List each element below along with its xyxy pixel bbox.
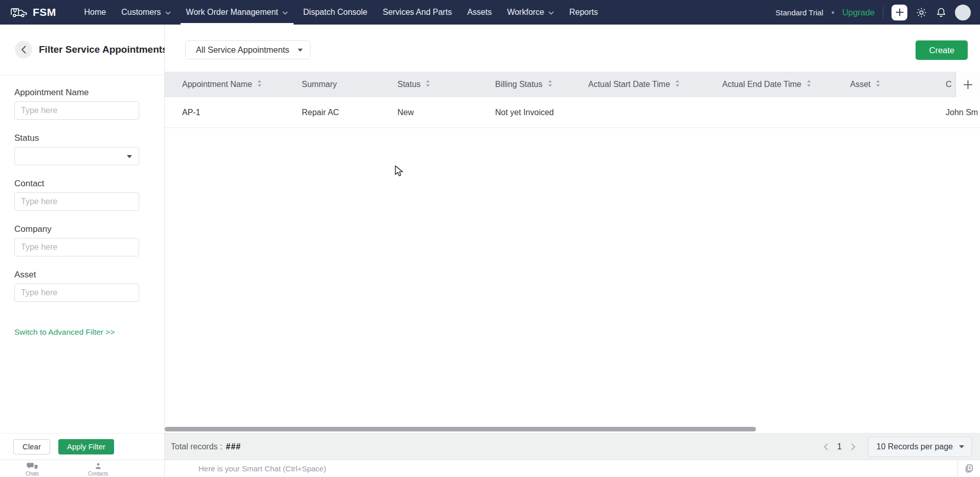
contact-input[interactable] <box>14 192 139 211</box>
field-contact: Contact <box>14 179 150 211</box>
table-empty-area <box>165 128 980 426</box>
sort-arrows-icon[interactable] <box>257 80 262 89</box>
person-icon <box>94 462 102 470</box>
column-header-status[interactable]: Status <box>397 80 495 89</box>
trial-badge: Standard Trial <box>775 8 823 17</box>
pagination: 1 10 Records per page <box>820 437 972 457</box>
sort-arrows-icon[interactable] <box>876 80 880 89</box>
sort-arrows-icon[interactable] <box>807 80 811 89</box>
column-header-billing-status[interactable]: Billing Status <box>495 80 588 89</box>
total-records: Total records : ### <box>171 442 241 451</box>
copy-icon <box>964 464 974 473</box>
view-selector[interactable]: All Service Appointments <box>185 40 310 59</box>
apply-filter-button[interactable]: Apply Filter <box>58 439 114 454</box>
field-label: Company <box>14 224 150 234</box>
table-row[interactable]: AP-1 Repair AC New Not yet Invoiced John… <box>165 97 980 128</box>
appointment-name-input[interactable] <box>14 101 139 120</box>
brand[interactable]: FSM <box>10 6 56 19</box>
field-label: Status <box>14 133 150 143</box>
sort-arrows-icon[interactable] <box>675 80 680 89</box>
clear-button[interactable]: Clear <box>13 439 50 454</box>
column-header-actual-end-date-time[interactable]: Actual End Date Time <box>722 80 850 89</box>
top-nav: FSM Home Customers Work Order Management… <box>0 0 980 25</box>
column-header-asset[interactable]: Asset <box>850 80 946 89</box>
cell-appointment-name[interactable]: AP-1 <box>182 108 302 117</box>
app-body: Filter Service Appointments Appointment … <box>0 25 980 460</box>
column-header-appointment-name[interactable]: Appointment Name <box>182 80 302 89</box>
field-label: Asset <box>14 270 150 279</box>
list-toolbar: All Service Appointments Create <box>165 25 980 72</box>
chevron-down-icon <box>298 49 303 54</box>
nav-item-home[interactable]: Home <box>77 0 114 25</box>
dot-separator <box>832 11 834 14</box>
chat-bubbles-icon <box>27 462 38 470</box>
table-header: Appointment Name Summary Status Billing … <box>165 72 980 97</box>
horizontal-scrollbar[interactable] <box>165 427 756 431</box>
field-label: Contact <box>14 179 150 188</box>
next-page-button[interactable] <box>848 440 859 453</box>
cell-summary: Repair AC <box>302 108 397 117</box>
gear-icon <box>916 7 927 18</box>
cell-billing-status: Not yet Invoiced <box>495 108 588 117</box>
chats-button[interactable]: Chats <box>26 461 39 476</box>
avatar[interactable] <box>955 5 971 20</box>
sort-arrows-icon[interactable] <box>548 80 552 89</box>
smart-chat-input[interactable]: Here is your Smart Chat (Ctrl+Space) <box>165 460 957 477</box>
nav-item-assets[interactable]: Assets <box>459 0 499 25</box>
quick-create-button[interactable] <box>892 5 907 20</box>
field-label: Appointment Name <box>14 88 150 97</box>
company-input[interactable] <box>14 238 139 256</box>
nav-item-reports[interactable]: Reports <box>562 0 606 25</box>
chevron-down-icon <box>959 445 964 451</box>
notifications-button[interactable] <box>936 7 947 18</box>
previous-page-button[interactable] <box>820 440 831 453</box>
list-view: All Service Appointments Create Appointm… <box>165 25 980 460</box>
contacts-button[interactable]: Contacts <box>88 461 108 476</box>
bottom-bar: Chats Contacts Here is your Smart Chat (… <box>0 460 980 477</box>
back-button[interactable] <box>15 41 32 58</box>
sort-arrows-icon[interactable] <box>426 80 430 89</box>
field-asset: Asset <box>14 270 150 302</box>
field-company: Company <box>14 224 150 256</box>
records-per-page-selector[interactable]: 10 Records per page <box>868 437 972 457</box>
filter-sidebar-header: Filter Service Appointments <box>0 25 164 75</box>
chevron-down-icon <box>548 8 554 17</box>
upgrade-link[interactable]: Upgrade <box>842 8 875 17</box>
advanced-filter-link[interactable]: Switch to Advanced Filter >> <box>14 328 115 337</box>
bottom-dock: Chats Contacts <box>0 460 165 477</box>
vertical-divider <box>883 7 883 18</box>
chevron-down-icon <box>165 8 171 17</box>
nav-item-services-and-parts[interactable]: Services And Parts <box>375 0 459 25</box>
page-title: Filter Service Appointments <box>39 44 168 55</box>
plus-icon <box>963 80 973 90</box>
column-header-actual-start-date-time[interactable]: Actual Start Date Time <box>588 80 722 89</box>
column-header-summary[interactable]: Summary <box>302 80 397 89</box>
plus-icon <box>896 8 904 16</box>
filter-fields: Appointment Name Status Contact Company … <box>0 75 164 433</box>
nav-item-workforce[interactable]: Workforce <box>499 0 562 25</box>
list-footer: Total records : ### 1 10 Records per pag… <box>165 433 980 460</box>
nav-item-work-order-management[interactable]: Work Order Management <box>179 0 296 25</box>
settings-button[interactable] <box>916 7 927 18</box>
create-button[interactable]: Create <box>916 40 968 60</box>
field-status: Status <box>14 133 150 165</box>
filter-sidebar: Filter Service Appointments Appointment … <box>0 25 165 460</box>
main-nav: Home Customers Work Order Management Dis… <box>77 0 606 25</box>
nav-item-customers[interactable]: Customers <box>114 0 178 25</box>
status-select[interactable] <box>14 147 139 165</box>
nav-right-cluster: Standard Trial Upgrade <box>775 5 971 20</box>
truck-icon <box>10 6 28 19</box>
brand-name: FSM <box>33 6 56 18</box>
add-column-button[interactable] <box>955 72 980 97</box>
field-appointment-name: Appointment Name <box>14 88 150 120</box>
cell-clipped: John Sm <box>946 108 980 117</box>
horizontal-scrollbar-track <box>165 426 980 433</box>
bell-icon <box>936 7 947 18</box>
notes-panel-button[interactable] <box>957 460 980 477</box>
asset-input[interactable] <box>14 284 139 302</box>
chevron-down-icon <box>282 8 288 17</box>
nav-item-dispatch-console[interactable]: Dispatch Console <box>296 0 375 25</box>
chevron-down-icon <box>127 155 132 161</box>
filter-actions: Clear Apply Filter <box>0 433 164 460</box>
current-page[interactable]: 1 <box>837 442 842 451</box>
